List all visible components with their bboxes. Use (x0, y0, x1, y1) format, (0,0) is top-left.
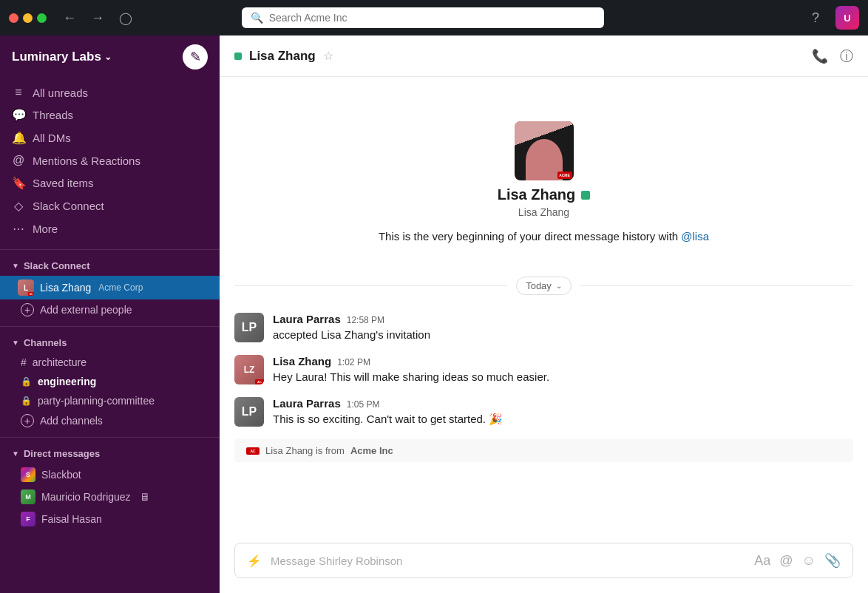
user-avatar[interactable]: U (835, 6, 859, 30)
laura-avatar-system: LP (234, 313, 264, 342)
sidebar-item-all-dms[interactable]: 🔔 All DMs (0, 126, 220, 149)
sidebar: Luminary Labs ⌄ ✎ ≡ All unreads 💬 Thread… (0, 35, 220, 593)
call-button[interactable]: 📞 (812, 47, 828, 65)
search-icon: 🔍 (251, 12, 263, 24)
chat-header: Lisa Zhang ☆ 📞 ⓘ (220, 35, 868, 77)
msg-text-2: Hey Laura! This will make sharing ideas … (273, 369, 853, 385)
plus-icon: + (21, 303, 34, 316)
channels-chevron-icon: ▼ (12, 339, 19, 347)
dm-history-section: ACME Lisa Zhang Lisa Zhang This is the v… (234, 92, 853, 265)
msg-text-1: accepted Lisa Zhang's invitation (273, 327, 853, 343)
history-button[interactable]: ◯ (115, 8, 137, 28)
dm-mauricio[interactable]: M Mauricio Rodriguez 🖥 (0, 486, 220, 508)
profile-picture: ACME (515, 121, 574, 180)
lock-icon: 🔒 (21, 376, 32, 387)
saved-icon: 🔖 (12, 176, 25, 190)
all-unreads-icon: ≡ (12, 86, 25, 99)
dm-chevron-icon: ▼ (12, 450, 19, 458)
workspace-chevron-icon: ⌄ (104, 52, 112, 62)
msg-header-3: Laura Parras 1:05 PM (273, 397, 853, 410)
at-button[interactable]: @ (779, 553, 793, 569)
add-channels[interactable]: + Add channels (0, 410, 220, 431)
message-laura-3: LP Laura Parras 1:05 PM This is so excit… (234, 391, 853, 433)
compose-button[interactable]: ✎ (183, 44, 208, 70)
today-button[interactable]: Today ⌄ (516, 277, 572, 295)
msg-sender-lisa: Lisa Zhang (273, 355, 331, 367)
msg-content-system: Laura Parras 12:58 PM accepted Lisa Zhan… (273, 313, 853, 343)
info-button[interactable]: ⓘ (840, 47, 853, 65)
msg-content-lisa: Lisa Zhang 1:02 PM Hey Laura! This will … (273, 355, 853, 385)
star-button[interactable]: ☆ (323, 49, 333, 63)
sidebar-item-all-unreads[interactable]: ≡ All unreads (0, 81, 220, 104)
chat-header-name: Lisa Zhang (249, 49, 316, 64)
slack-connect-section-header[interactable]: ▼ Slack Connect (0, 256, 220, 276)
more-icon: ⋯ (12, 222, 25, 236)
search-bar[interactable]: 🔍 (242, 7, 604, 28)
traffic-lights (9, 13, 47, 23)
divider-line-left (234, 285, 507, 286)
help-button[interactable]: ? (807, 7, 824, 29)
sidebar-item-slack-connect-nav[interactable]: ◇ Slack Connect (0, 194, 220, 217)
msg-text-3: This is so exciting. Can't wait to get s… (273, 411, 853, 427)
hash-icon: # (21, 356, 27, 368)
aa-button[interactable]: Aa (754, 553, 770, 569)
titlebar: ← → ◯ 🔍 ? U (0, 0, 868, 35)
channel-party-planning[interactable]: 🔒 party-planning-committee (0, 391, 220, 410)
sidebar-item-threads[interactable]: 💬 Threads (0, 104, 220, 126)
minimize-traffic-light[interactable] (23, 13, 33, 23)
all-dms-icon: 🔔 (12, 131, 25, 145)
msg-time-1: 12:58 PM (347, 315, 384, 325)
add-external-people[interactable]: + Add external people (0, 299, 220, 320)
dm-section-header[interactable]: ▼ Direct messages (0, 444, 220, 464)
divider-3 (0, 437, 220, 438)
lisa-zhang-avatar: L AC (18, 279, 34, 296)
slack-connect-lisa-zhang[interactable]: L AC Lisa Zhang Acme Corp (0, 276, 220, 299)
close-traffic-light[interactable] (9, 13, 18, 23)
slackbot-avatar: S (21, 467, 35, 482)
sidebar-item-mentions[interactable]: @ Mentions & Reactions (0, 149, 220, 172)
msg-sender-laura: Laura Parras (273, 313, 341, 325)
today-divider: Today ⌄ (234, 277, 853, 295)
section-chevron-icon: ▼ (12, 262, 19, 270)
msg-header-system: Laura Parras 12:58 PM (273, 313, 853, 325)
search-input[interactable] (269, 12, 595, 24)
main-layout: Luminary Labs ⌄ ✎ ≡ All unreads 💬 Thread… (0, 35, 868, 593)
message-laura-system: LP Laura Parras 12:58 PM accepted Lisa Z… (234, 307, 853, 349)
plus-channels-icon: + (21, 414, 34, 427)
sidebar-item-saved[interactable]: 🔖 Saved items (0, 172, 220, 194)
channels-section-header[interactable]: ▼ Channels (0, 333, 220, 353)
back-button[interactable]: ← (58, 7, 81, 29)
lock-icon-2: 🔒 (21, 396, 32, 406)
acme-logo: AC (246, 447, 260, 455)
chat-area: Lisa Zhang ☆ 📞 ⓘ ACME L (220, 35, 868, 593)
lisa-avatar-msg: LZ AC (234, 355, 264, 384)
msg-sender-laura-3: Laura Parras (273, 397, 341, 410)
channel-architecture[interactable]: # architecture (0, 353, 220, 372)
mention-link[interactable]: @lisa (681, 230, 709, 243)
profile-online-indicator (581, 191, 590, 200)
workspace-name[interactable]: Luminary Labs ⌄ (12, 50, 112, 64)
laura-avatar-3: LP (234, 397, 264, 427)
threads-icon: 💬 (12, 108, 25, 122)
forward-button[interactable]: → (87, 7, 109, 29)
dm-profile-name: Lisa Zhang (498, 186, 591, 203)
divider-2 (0, 326, 220, 327)
msg-time-3: 1:05 PM (347, 399, 380, 410)
dm-slackbot[interactable]: S Slackbot (0, 464, 220, 486)
sidebar-item-more[interactable]: ⋯ More (0, 217, 220, 240)
dm-faisal[interactable]: F Faisal Hasan (0, 508, 220, 530)
online-indicator (234, 52, 242, 60)
composer-actions: Aa @ ☺ 📎 (754, 552, 841, 569)
dm-subtitle: Lisa Zhang (518, 206, 569, 218)
header-actions: 📞 ⓘ (812, 47, 853, 65)
channel-engineering[interactable]: 🔒 engineering (0, 372, 220, 391)
dm-history-text: This is the very beginning of your direc… (379, 230, 709, 243)
message-input[interactable] (271, 555, 745, 567)
emoji-button[interactable]: ☺ (802, 553, 816, 569)
attachment-button[interactable]: 📎 (824, 552, 841, 569)
acme-notice: AC Lisa Zhang is from Acme Inc (234, 439, 853, 462)
fullscreen-traffic-light[interactable] (37, 13, 47, 23)
workspace-header: Luminary Labs ⌄ ✎ (0, 35, 220, 78)
mentions-icon: @ (12, 154, 25, 167)
mauricio-avatar: M (21, 489, 35, 504)
